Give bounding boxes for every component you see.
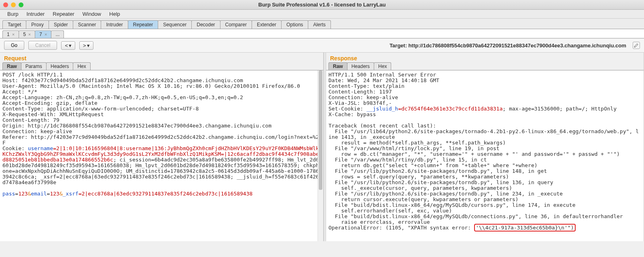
- pencil-icon: [634, 43, 639, 48]
- close-icon[interactable]: ×: [44, 32, 47, 37]
- request-tab-params[interactable]: Params: [21, 62, 47, 70]
- menu-window[interactable]: Window: [78, 10, 105, 18]
- tab-scanner[interactable]: Scanner: [73, 20, 102, 29]
- repeater-tab-new[interactable]: ...: [51, 30, 64, 38]
- tab-options[interactable]: Options: [281, 20, 308, 29]
- tab-spider[interactable]: Spider: [49, 20, 73, 29]
- target-label: Target: http://1dc786808f554cb9870a64272…: [390, 42, 626, 49]
- response-tab-hex[interactable]: Hex: [374, 62, 391, 70]
- repeater-tab-1[interactable]: 1×: [2, 30, 19, 38]
- window-controls: [3, 2, 23, 7]
- titlebar: Burp Suite Professional v1.6 - licensed …: [0, 0, 644, 10]
- tab-intruder[interactable]: Intruder: [101, 20, 128, 29]
- scrollbar[interactable]: [318, 70, 323, 241]
- menu-burp[interactable]: Burp: [3, 10, 22, 18]
- repeater-tab-7[interactable]: 7×: [35, 30, 51, 38]
- tab-proxy[interactable]: Proxy: [26, 20, 49, 29]
- request-view-tabs: Raw Params Headers Hex: [0, 62, 323, 70]
- zoom-icon[interactable]: [19, 2, 23, 7]
- menu-repeater[interactable]: Repeater: [49, 10, 78, 18]
- response-tab-headers[interactable]: Headers: [347, 62, 374, 70]
- edit-target-button[interactable]: [633, 42, 640, 49]
- menu-help[interactable]: Help: [105, 10, 124, 18]
- tab-target[interactable]: Target: [2, 20, 26, 29]
- tab-comparer[interactable]: Comparer: [220, 20, 252, 29]
- target-url: http://1dc786808f554cb9870a64272091521e8…: [409, 42, 626, 49]
- chevron-right-icon: >: [83, 42, 86, 49]
- menu-intruder[interactable]: Intruder: [22, 10, 49, 18]
- window-title: Burp Suite Professional v1.6 - licensed …: [0, 2, 644, 8]
- response-title: Response: [326, 53, 644, 62]
- split-view: Request Raw Params Headers Hex POST /loc…: [0, 53, 644, 241]
- close-icon[interactable]: ×: [12, 32, 15, 37]
- tool-tabs: Target Proxy Spider Scanner Intruder Rep…: [0, 19, 644, 29]
- request-tab-headers[interactable]: Headers: [46, 62, 73, 70]
- caret-down-icon: ▾: [69, 42, 72, 49]
- tab-alerts[interactable]: Alerts: [308, 20, 331, 29]
- close-icon[interactable]: ×: [28, 32, 31, 37]
- history-forward-button[interactable]: >▾: [79, 41, 93, 50]
- request-editor[interactable]: POST /lock HTTP/1.1 Host: f4203e77c9d940…: [0, 70, 323, 241]
- request-tab-hex[interactable]: Hex: [73, 62, 90, 70]
- repeater-tabs: 1× 5× 7× ...: [0, 29, 644, 38]
- menubar: Burp Intruder Repeater Window Help: [0, 10, 644, 19]
- response-pane: Response Raw Headers Hex HTTP/1.1 500 In…: [326, 53, 644, 241]
- request-title: Request: [0, 53, 323, 62]
- request-tab-raw[interactable]: Raw: [2, 62, 21, 70]
- cancel-button[interactable]: Cancel: [28, 41, 57, 50]
- close-icon[interactable]: [3, 2, 8, 7]
- request-pane: Request Raw Params Headers Hex POST /loc…: [0, 53, 324, 241]
- go-button[interactable]: Go: [4, 41, 24, 50]
- tab-extender[interactable]: Extender: [252, 20, 282, 29]
- response-editor[interactable]: HTTP/1.1 500 Internal Server Error Date:…: [326, 70, 644, 241]
- tab-repeater[interactable]: Repeater: [128, 20, 158, 29]
- tab-decoder[interactable]: Decoder: [191, 20, 220, 29]
- caret-down-icon: ▾: [87, 42, 90, 49]
- tab-sequencer[interactable]: Sequencer: [158, 20, 192, 29]
- action-bar: Go Cancel <▾ >▾ Target: http://1dc786808…: [0, 38, 644, 53]
- chevron-left-icon: <: [65, 42, 68, 49]
- response-tab-raw[interactable]: Raw: [328, 62, 347, 70]
- repeater-tab-5[interactable]: 5×: [19, 30, 35, 38]
- minimize-icon[interactable]: [11, 2, 16, 7]
- history-back-button[interactable]: <▾: [61, 41, 75, 50]
- highlighted-error: '\\4c21-917a-313d5ec65b0a}\n'"): [474, 224, 576, 232]
- response-view-tabs: Raw Headers Hex: [326, 62, 644, 70]
